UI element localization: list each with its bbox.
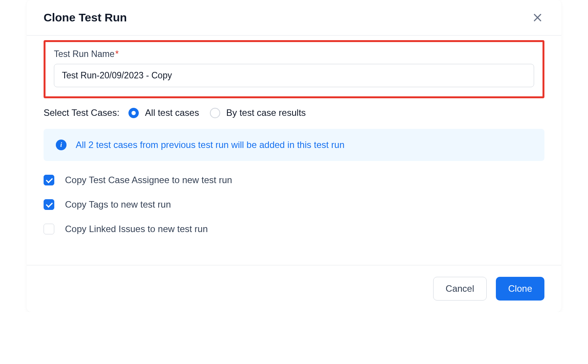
modal-body: Test Run Name* Select Test Cases: All te… bbox=[27, 36, 561, 265]
radio-by-results-input[interactable] bbox=[210, 108, 220, 118]
test-run-name-label: Test Run Name* bbox=[54, 49, 534, 59]
select-test-cases-label: Select Test Cases: bbox=[44, 107, 119, 118]
modal-header: Clone Test Run bbox=[27, 0, 561, 36]
cancel-button[interactable]: Cancel bbox=[433, 277, 487, 301]
checkbox-issues-label: Copy Linked Issues to new test run bbox=[65, 224, 208, 234]
checkbox-copy-assignee[interactable]: Copy Test Case Assignee to new test run bbox=[44, 175, 544, 185]
info-icon: i bbox=[56, 140, 67, 150]
modal-footer: Cancel Clone bbox=[27, 265, 561, 312]
test-run-name-input[interactable] bbox=[54, 64, 534, 87]
checkbox-issues-input[interactable] bbox=[44, 224, 54, 234]
modal-title: Clone Test Run bbox=[44, 11, 127, 24]
info-banner: i All 2 test cases from previous test ru… bbox=[44, 129, 544, 161]
radio-all-test-cases[interactable]: All test cases bbox=[128, 107, 199, 118]
clone-test-run-modal: Clone Test Run Test Run Name* Select Tes… bbox=[27, 0, 561, 312]
checkbox-copy-tags[interactable]: Copy Tags to new test run bbox=[44, 199, 544, 210]
checkbox-tags-input[interactable] bbox=[44, 199, 54, 210]
name-field-highlight: Test Run Name* bbox=[44, 40, 544, 98]
checkbox-assignee-label: Copy Test Case Assignee to new test run bbox=[65, 175, 232, 185]
select-test-cases-row: Select Test Cases: All test cases By tes… bbox=[44, 107, 544, 118]
radio-all-label: All test cases bbox=[145, 107, 199, 118]
name-label-text: Test Run Name bbox=[54, 49, 115, 59]
radio-by-results[interactable]: By test case results bbox=[210, 107, 306, 118]
close-icon bbox=[532, 12, 543, 23]
checkbox-copy-issues[interactable]: Copy Linked Issues to new test run bbox=[44, 224, 544, 234]
required-asterisk: * bbox=[115, 49, 119, 59]
radio-all-input[interactable] bbox=[128, 108, 139, 118]
close-button[interactable] bbox=[531, 11, 544, 24]
checkbox-assignee-input[interactable] bbox=[44, 175, 54, 185]
checkbox-tags-label: Copy Tags to new test run bbox=[65, 199, 171, 210]
radio-by-results-label: By test case results bbox=[226, 107, 306, 118]
clone-button[interactable]: Clone bbox=[496, 277, 544, 301]
info-message: All 2 test cases from previous test run … bbox=[76, 140, 344, 150]
